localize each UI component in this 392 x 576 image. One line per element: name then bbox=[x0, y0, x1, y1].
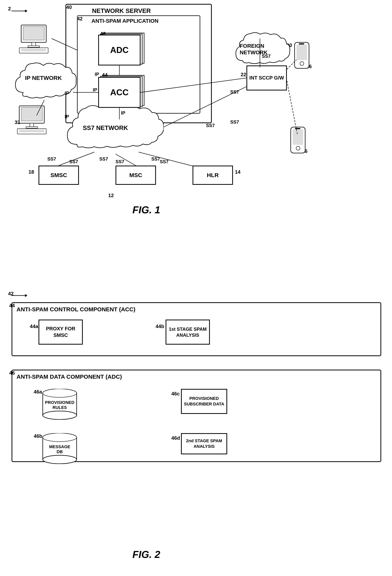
svg-text:SS7: SS7 bbox=[69, 159, 78, 164]
stage1-spam-label: 1st STAGE SPAM ANALYSIS bbox=[166, 326, 209, 338]
svg-rect-6 bbox=[28, 46, 39, 47]
prov-sub-box: PROVISIONED SUBSCRIBER DATA bbox=[181, 389, 227, 414]
svg-text:FOREIGN: FOREIGN bbox=[240, 43, 264, 49]
ss7-label-smsc: SS7 bbox=[47, 156, 56, 162]
hlr-label: HLR bbox=[207, 172, 219, 178]
msc-label: MSC bbox=[129, 172, 142, 178]
acc-label: ACC bbox=[110, 87, 128, 97]
svg-point-62 bbox=[43, 433, 77, 442]
ip-label-acc-bottom: IP bbox=[65, 114, 69, 119]
svg-rect-13 bbox=[26, 127, 37, 128]
phone-16-icon bbox=[287, 125, 310, 160]
ref-46d: 46d bbox=[171, 435, 180, 441]
svg-rect-23 bbox=[299, 43, 304, 44]
arrow-42 bbox=[12, 293, 27, 298]
foreign-network-cloud: FOREIGN NETWORK bbox=[229, 31, 291, 69]
smsc-box: SMSC bbox=[38, 166, 79, 185]
smsc-label: SMSC bbox=[50, 172, 67, 178]
computer-32-icon bbox=[15, 104, 50, 135]
svg-rect-25 bbox=[293, 129, 303, 145]
svg-marker-52 bbox=[25, 294, 27, 297]
ref-22: 22 bbox=[241, 72, 246, 78]
svg-text:MESSAGE: MESSAGE bbox=[49, 444, 70, 449]
adc-component-label: ANTI-SPAM DATA COMPONENT (ADC) bbox=[17, 374, 122, 380]
ref-46b: 46b bbox=[34, 433, 42, 439]
prov-sub-label: PROVISIONED SUBSCRIBER DATA bbox=[182, 396, 226, 407]
ref-14: 14 bbox=[235, 169, 241, 175]
svg-rect-14 bbox=[17, 129, 46, 134]
ss7-label-int-sccp: SS7 bbox=[230, 89, 239, 95]
ip-label-acc-left: IP bbox=[65, 90, 69, 96]
ref-46: 46 bbox=[100, 31, 106, 37]
svg-text:SS7: SS7 bbox=[116, 159, 124, 164]
provisioned-rules-db: PROVISIONED RULES bbox=[42, 389, 77, 420]
stage1-spam-box: 1st STAGE SPAM ANALYSIS bbox=[166, 319, 210, 345]
ref-46c: 46c bbox=[171, 391, 180, 397]
adc-box: ADC bbox=[98, 35, 141, 65]
ref-44a: 44a bbox=[30, 323, 38, 329]
acc-box: ACC bbox=[98, 77, 141, 108]
svg-text:SS7: SS7 bbox=[160, 159, 168, 164]
svg-text:SS7: SS7 bbox=[206, 123, 215, 128]
hlr-box: HLR bbox=[193, 166, 233, 185]
svg-point-61 bbox=[43, 455, 77, 464]
svg-rect-4 bbox=[23, 27, 44, 40]
ref-46a: 46a bbox=[34, 389, 42, 395]
ref-46-fig2: 46 bbox=[9, 370, 15, 376]
ref-42-fig1: 42 bbox=[77, 16, 83, 22]
stage2-spam-box: 2nd STAGE SPAM ANALYSIS bbox=[181, 433, 227, 454]
fig2-label: FIG. 2 bbox=[108, 549, 185, 560]
svg-text:IP NETWORK: IP NETWORK bbox=[25, 75, 62, 81]
svg-rect-11 bbox=[21, 107, 42, 121]
ref-18: 18 bbox=[29, 169, 34, 175]
ref-44-fig2: 44 bbox=[9, 303, 15, 309]
svg-marker-1 bbox=[25, 10, 27, 12]
msc-box: MSC bbox=[116, 166, 156, 185]
network-server-label: NETWORK SERVER bbox=[92, 7, 151, 14]
svg-point-56 bbox=[43, 389, 77, 397]
stage2-spam-label: 2nd STAGE SPAM ANALYSIS bbox=[182, 438, 226, 449]
svg-rect-21 bbox=[297, 45, 307, 60]
computer-48-icon bbox=[17, 23, 52, 54]
int-sccp-label: INT SCCP G/W bbox=[249, 75, 284, 81]
acc-component-label: ANTI-SPAM CONTROL COMPONENT (ACC) bbox=[17, 306, 135, 313]
svg-text:DB: DB bbox=[57, 449, 63, 454]
ref-2: 2 bbox=[8, 6, 11, 12]
svg-point-55 bbox=[43, 411, 77, 420]
ss7-label-hlr: SS7 bbox=[151, 156, 160, 162]
message-db-db: MESSAGE DB bbox=[42, 433, 77, 464]
ref-44b: 44b bbox=[155, 323, 164, 329]
svg-rect-27 bbox=[295, 128, 300, 129]
anti-spam-app-label: ANTI-SPAM APPLICATION bbox=[91, 18, 158, 24]
adc-label: ADC bbox=[110, 45, 128, 55]
proxy-smsc-box: PROXY FOR SMSC bbox=[38, 319, 83, 345]
proxy-smsc-label: PROXY FOR SMSC bbox=[39, 325, 82, 339]
ss7-label-msc: SS7 bbox=[99, 156, 108, 162]
svg-text:NETWORK: NETWORK bbox=[240, 50, 268, 56]
ss7-label-int-sccp2: SS7 bbox=[230, 119, 239, 125]
ref-40: 40 bbox=[66, 4, 72, 10]
phone-26-icon bbox=[291, 40, 314, 75]
svg-text:RULES: RULES bbox=[53, 405, 67, 410]
svg-rect-7 bbox=[19, 48, 48, 53]
ref-12: 12 bbox=[108, 193, 114, 199]
int-sccp-box: INT SCCP G/W bbox=[246, 65, 287, 90]
arrow-2 bbox=[12, 8, 27, 14]
svg-text:SS7 NETWORK: SS7 NETWORK bbox=[83, 124, 128, 131]
ss7-network-cloud: SS7 NETWORK bbox=[60, 102, 164, 156]
ip-label-internal: IP bbox=[95, 72, 99, 77]
fig1-label: FIG. 1 bbox=[108, 204, 185, 216]
svg-text:PROVISIONED: PROVISIONED bbox=[45, 400, 75, 405]
